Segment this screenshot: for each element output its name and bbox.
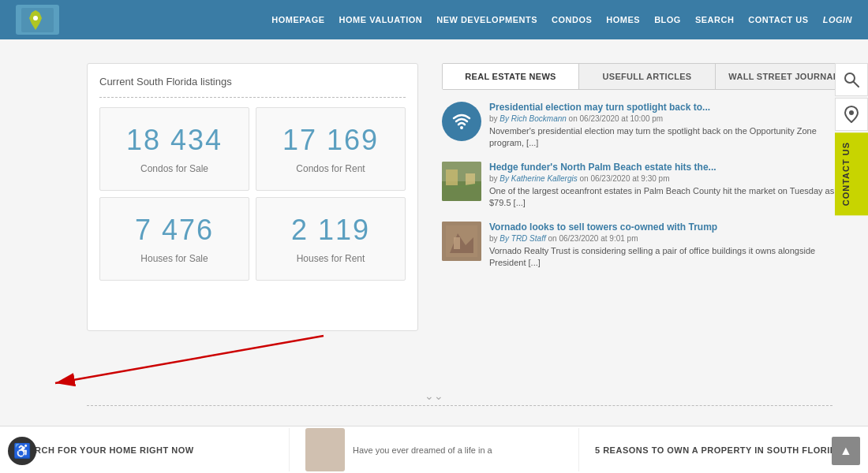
middle-text: Have you ever dreamed of a life in a [353,445,492,455]
location-icon-btn[interactable] [835,98,868,131]
reasons-title: 5 REASONS TO OWN A PROPERTY IN SOUTH FLO… [595,445,844,455]
news-item-1: Presidential election may turn spotlight… [442,102,852,150]
houses-rent-label: Houses for Rent [297,253,365,264]
news-item-3: Vornado looks to sell towers co-owned wi… [442,222,852,270]
person-image [305,428,345,471]
nav-new-developments[interactable]: NEW DEVELOPMENTS [436,15,537,24]
bottom-search-section: SEARCH FOR YOUR HOME RIGHT NOW [0,445,289,455]
news-item-2: Hedge funder's North Palm Beach estate h… [442,162,852,210]
news-author-2[interactable]: By Katherine Kallergis [499,174,577,183]
condos-sale-number: 18 434 [126,124,223,157]
houses-sale-number: 7 476 [135,214,214,247]
main-header: HOMEPAGE HOME VALUATION NEW DEVELOPMENTS… [0,0,868,39]
nav-blog[interactable]: BLOG [654,15,681,24]
news-meta-1: by By Rich Bockmann on 06/23/2020 at 10:… [489,114,852,123]
svg-line-14 [55,336,324,383]
news-tabs: REAL ESTATE NEWS USEFULL ARTICLES WALL S… [442,63,852,90]
news-date-1: on 06/23/2020 at 10:00 pm [569,114,664,123]
svg-rect-6 [466,173,475,185]
svg-point-2 [460,126,463,129]
right-sidebar: CONTACT US [835,63,868,215]
nav-home-valuation[interactable]: HOME VALUATION [339,15,423,24]
accessibility-button[interactable]: ♿ [8,437,36,465]
contact-us-button[interactable]: CONTACT US [835,132,868,215]
svg-rect-9 [454,237,460,249]
tab-usefull-articles[interactable]: USEFULL ARTICLES [579,64,716,89]
condos-sale-label: Condos for Sale [140,163,208,174]
logo-area [16,5,59,35]
nav-homepage[interactable]: HOMEPAGE [271,15,324,24]
listing-houses-sale[interactable]: 7 476 Houses for Sale [99,197,249,281]
news-excerpt-2: One of the largest oceanfront estates in… [489,185,852,210]
listings-grid: 18 434 Condos for Sale 17 169 Condos for… [99,107,406,281]
condos-rent-label: Condos for Rent [296,163,365,174]
listings-divider [99,97,406,98]
listings-box: Current South Florida listings 18 434 Co… [87,63,418,331]
collapse-icon[interactable]: ⌄⌄ [425,389,443,402]
listings-title: Current South Florida listings [99,76,406,88]
svg-line-11 [854,82,859,87]
bottom-middle-section: Have you ever dreamed of a life in a [289,428,579,471]
logo [16,5,59,35]
news-text-3: Vornado looks to sell towers co-owned wi… [489,222,852,270]
nav-search[interactable]: SEARCH [695,15,734,24]
bottom-strip: SEARCH FOR YOUR HOME RIGHT NOW Have you … [0,426,868,473]
listing-condos-rent[interactable]: 17 169 Condos for Rent [256,107,406,191]
news-author-1[interactable]: By Rich Bockmann [499,114,566,123]
bottom-divider [87,405,832,406]
news-excerpt-3: Vornado Realty Trust is considering sell… [489,245,852,270]
news-text-1: Presidential election may turn spotlight… [489,102,852,150]
news-date-3: on 06/23/2020 at 9:01 pm [548,234,638,243]
news-icon-trump [442,222,481,261]
main-content: Current South Florida listings 18 434 Co… [0,39,868,331]
svg-point-12 [849,110,854,115]
nav-contact-us[interactable]: CONTACT US [748,15,808,24]
news-meta-3: by By TRD Staff on 06/23/2020 at 9:01 pm [489,234,852,243]
main-nav: HOMEPAGE HOME VALUATION NEW DEVELOPMENTS… [271,15,852,24]
svg-point-10 [845,73,855,83]
news-author-3[interactable]: By TRD Staff [499,234,545,243]
news-panel: REAL ESTATE NEWS USEFULL ARTICLES WALL S… [442,63,852,331]
tab-wall-street-journal[interactable]: WALL STREET JOURNAL [716,64,851,89]
news-icon-wifi [442,102,481,141]
bottom-reasons-section: 5 REASONS TO OWN A PROPERTY IN SOUTH FLO… [579,445,868,455]
tab-real-estate-news[interactable]: REAL ESTATE NEWS [443,64,579,89]
svg-rect-5 [446,169,458,185]
news-title-1[interactable]: Presidential election may turn spotlight… [489,102,852,113]
houses-rent-number: 2 119 [291,214,370,247]
nav-login[interactable]: Login [823,15,852,24]
search-icon-btn[interactable] [835,63,868,96]
news-icon-hedge [442,162,481,201]
news-excerpt-1: November's presidential election may tur… [489,125,852,150]
houses-sale-label: Houses for Sale [140,253,208,264]
scroll-top-button[interactable]: ▲ [832,437,860,465]
red-arrow-annotation [32,332,331,398]
news-date-2: on 06/23/2020 at 9:30 pm [580,174,670,183]
listing-houses-rent[interactable]: 2 119 Houses for Rent [256,197,406,281]
news-title-3[interactable]: Vornado looks to sell towers co-owned wi… [489,222,852,233]
nav-condos[interactable]: CONDOS [552,15,592,24]
news-meta-2: by By Katherine Kallergis on 06/23/2020 … [489,174,852,183]
news-title-2[interactable]: Hedge funder's North Palm Beach estate h… [489,162,852,173]
search-section-title: SEARCH FOR YOUR HOME RIGHT NOW [16,445,194,455]
svg-point-1 [33,16,38,20]
condos-rent-number: 17 169 [282,124,379,157]
news-text-2: Hedge funder's North Palm Beach estate h… [489,162,852,210]
nav-homes[interactable]: HOMES [606,15,640,24]
listing-condos-sale[interactable]: 18 434 Condos for Sale [99,107,249,191]
